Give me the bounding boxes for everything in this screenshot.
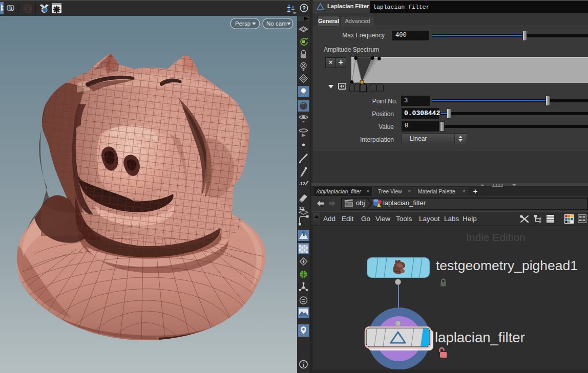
- svg-text:.12: .12: [299, 181, 305, 186]
- svg-text:Persp: Persp: [235, 20, 250, 27]
- svg-text:No cam: No cam: [266, 20, 287, 27]
- svg-text:i: i: [303, 361, 305, 368]
- svg-text:12: 12: [299, 205, 305, 211]
- svg-text:?: ?: [302, 5, 306, 11]
